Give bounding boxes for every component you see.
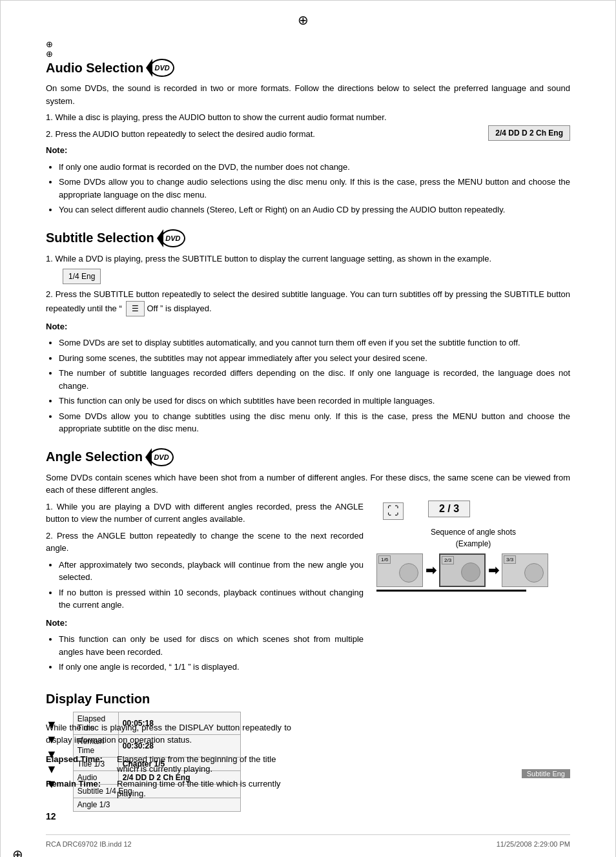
angle-note-label: Note:: [46, 617, 364, 630]
subtitle-off-osd: ☰: [126, 301, 145, 316]
shot1-inner: [399, 563, 418, 583]
footer-right: 11/25/2008 2:29:00 PM: [497, 840, 570, 848]
subtitle-bullet-4: This function can only be used for discs…: [59, 395, 570, 408]
shot2-label: 2/3: [442, 556, 454, 564]
subtitle-bullet-1: Some DVDs are set to display subtitles a…: [59, 336, 570, 349]
angle-osd: 2 / 3: [428, 501, 470, 517]
remain-value: Remaining time of the title which is cur…: [117, 779, 291, 798]
audio-bullet-2: Some DVDs allow you to change audio sele…: [59, 176, 570, 201]
remain-label: Remain Time:: [46, 779, 117, 798]
angle-title: Angle Selection DVD: [46, 448, 570, 466]
subtitle-note-label: Note:: [46, 320, 570, 333]
shot-3: 3/3: [502, 553, 548, 587]
audio-section: Audio Selection DVD On some DVDs, the so…: [46, 59, 570, 216]
angle-visual-block: ⛶ 2 / 3 Sequence of angle shots(Example)…: [376, 501, 570, 679]
shot1-label: 1/6: [378, 555, 391, 564]
compass-top: ⊕: [298, 12, 309, 28]
display-title-text: Display Function: [46, 692, 150, 707]
angle-step2: 2. Press the ANGLE button repeatedly to …: [46, 530, 364, 555]
subtitle-example: 1/4 Eng: [59, 269, 570, 284]
audio-step2: 2. Press the AUDIO button repeatedly to …: [46, 128, 570, 141]
audio-osd: 2/4 DD D 2 Ch Eng: [488, 125, 570, 141]
compass-left: ⊕: [46, 39, 570, 49]
subtitle-eng-text: Subtitle Eng: [522, 769, 570, 778]
angle-bullet-2: If no button is pressed within 10 second…: [59, 586, 364, 612]
subtitle-title: Subtitle Selection DVD: [46, 229, 570, 247]
page-number: 12: [46, 811, 570, 821]
shot3-label: 3/3: [504, 555, 516, 564]
shot-1: 1/6: [376, 553, 423, 587]
angle-content: 1. While you are playing a DVD with diff…: [46, 501, 570, 679]
subtitle-bullet-2: During some scenes, the subtitles may no…: [59, 352, 570, 365]
audio-title-text: Audio Selection: [46, 61, 143, 76]
audio-dvd-logo: DVD: [150, 59, 174, 77]
table-row: Angle 1/3: [73, 798, 240, 811]
audio-bullet-1: If only one audio format is recorded on …: [59, 161, 570, 174]
angle-dvd-logo: DVD: [149, 448, 174, 466]
elapsed-row: Elapsed Time: Elapsed time from the begi…: [46, 754, 291, 774]
elapsed-value: Elapsed time from the beginning of the t…: [117, 754, 291, 774]
angle-title-text: Angle Selection: [46, 449, 143, 464]
angle-step1: 1. While you are playing a DVD with diff…: [46, 501, 364, 526]
angle-shots: 1/6 ➡ 2/3 ➡ 3/3: [376, 553, 570, 587]
audio-bullets: If only one audio format is recorded on …: [59, 161, 570, 216]
subtitle-bullet-5: Some DVDs allow you to change subtitles …: [59, 410, 570, 435]
display-section: Display Function ▼ ▼ ▼ ▼ ▼ Elapsed Time …: [46, 692, 570, 798]
display-title: Display Function: [46, 692, 570, 707]
angle-icon: ⛶: [383, 502, 404, 520]
arrow-2: ➡: [488, 563, 499, 578]
subtitle-bullets: Some DVDs are set to display subtitles a…: [59, 336, 570, 435]
audio-bullet-3: You can select different audio channels …: [59, 203, 570, 216]
angle-bullets: After approximately two seconds, playbac…: [59, 559, 364, 612]
angle-section: Angle Selection DVD Some DVDs contain sc…: [46, 448, 570, 679]
elapsed-label: Elapsed Time:: [46, 754, 117, 774]
subtitle-dvd-logo: DVD: [161, 229, 185, 247]
angle-note-2: If only one angle is recorded, “ 1/1 ” i…: [59, 661, 364, 674]
subtitle-bullet-3: The number of subtitle languages recorde…: [59, 367, 570, 392]
shot3-inner: [524, 563, 544, 583]
display-text-block: [254, 712, 570, 812]
subtitle-section: Subtitle Selection DVD 1. While a DVD is…: [46, 229, 570, 435]
subtitle-step1-block: 1. While a DVD is playing, press the SUB…: [46, 253, 570, 285]
footer-left: RCA DRC69702 IB.indd 12: [46, 840, 132, 848]
arrow-1: ➡: [426, 563, 436, 578]
angle-intro: Some DVDs contain scenes which have been…: [46, 471, 570, 497]
display-text-left: While the disc is playing, press the DIS…: [46, 721, 291, 798]
subtitle-step2: 2. Press the SUBTITLE button repeatedly …: [46, 288, 570, 316]
remain-row: Remain Time: Remaining time of the title…: [46, 779, 291, 798]
angle-label: Angle 1/3: [73, 798, 240, 811]
audio-title: Audio Selection DVD: [46, 59, 570, 77]
subtitle-eng-badge: Subtitle Eng: [522, 768, 570, 778]
sequence-label: Sequence of angle shots(Example): [376, 526, 570, 550]
angle-note-1: This function can only be used for discs…: [59, 633, 364, 658]
subtitle-osd: 1/4 Eng: [63, 269, 101, 284]
shot-2: 2/3: [439, 553, 486, 587]
subtitle-step1: 1. While a DVD is playing, press the SUB…: [46, 253, 570, 265]
audio-intro: On some DVDs, the sound is recorded in t…: [46, 82, 570, 107]
compass-bottom-left: ⊕: [12, 847, 23, 858]
underline-bar: [376, 590, 526, 592]
subtitle-title-text: Subtitle Selection: [46, 231, 154, 245]
audio-step1: 1. While a disc is playing, press the AU…: [46, 111, 570, 124]
audio-note-label: Note:: [46, 144, 570, 157]
page-footer: RCA DRC69702 IB.indd 12 11/25/2008 2:29:…: [46, 834, 570, 848]
angle-bullet-1: After approximately two seconds, playbac…: [59, 559, 364, 584]
angle-note-bullets: This function can only be used for discs…: [59, 633, 364, 674]
compass-right: ⊕: [46, 49, 570, 59]
angle-text-block: 1. While you are playing a DVD with diff…: [46, 501, 364, 679]
shot2-inner: [461, 563, 480, 582]
